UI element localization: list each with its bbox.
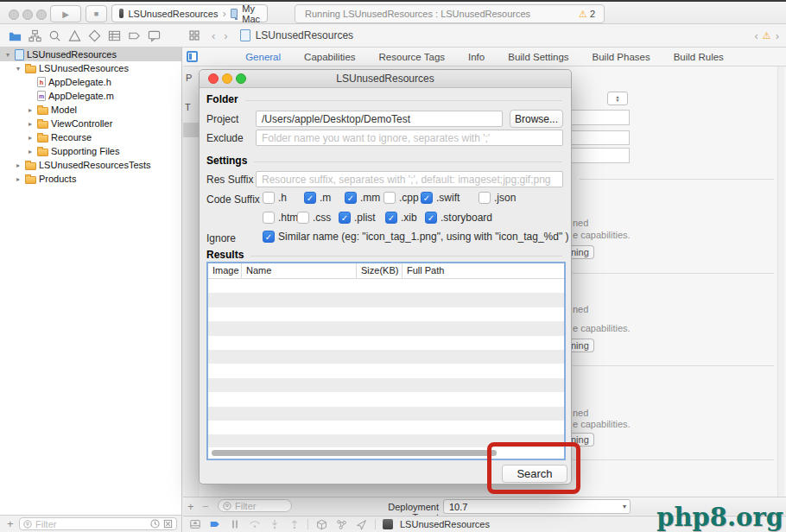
selected-target-row[interactable] [183, 123, 200, 137]
divider [254, 162, 562, 162]
navigator-filter-field[interactable]: Filter [19, 517, 177, 530]
checkbox-h[interactable]: .h [263, 192, 287, 204]
scrollbar-thumb[interactable] [212, 450, 497, 456]
sidebar-item-file[interactable]: m AppDelegate.m [0, 89, 181, 103]
pause-execution-icon[interactable] [228, 518, 241, 531]
checkbox-html[interactable]: .html [263, 212, 301, 224]
add-target-button[interactable]: + [187, 500, 194, 513]
simulate-location-icon[interactable] [355, 518, 368, 531]
column-image[interactable]: Image [208, 263, 242, 278]
disclosure-open-icon[interactable]: ▾ [3, 51, 12, 59]
report-navigator-icon[interactable] [147, 28, 161, 42]
breakpoint-navigator-icon[interactable] [127, 28, 141, 42]
checkbox-mm[interactable]: .mm [345, 192, 380, 204]
identity-stepper[interactable]: ▲▼ [607, 92, 628, 105]
checkbox-json[interactable]: .json [479, 192, 516, 204]
view-debugger-icon[interactable] [315, 518, 328, 531]
sidebar-item-group[interactable]: ▸ Supporting Files [0, 144, 181, 158]
tab-capabilities[interactable]: Capabilities [304, 52, 355, 62]
project-navigator-icon[interactable] [8, 28, 22, 42]
project-path-input[interactable]: /Users/apple/Desktop/DemoTest [256, 111, 503, 127]
tab-build-rules[interactable]: Build Rules [674, 52, 724, 62]
close-window-button[interactable] [9, 10, 19, 20]
res-suffix-input[interactable]: Resource suffix, separates with ';', def… [256, 171, 563, 187]
tab-info[interactable]: Info [468, 52, 485, 62]
exclude-input[interactable]: Folder name you want to ignore, separate… [256, 130, 563, 146]
sidebar-item-group[interactable]: ▾ LSUnusedResources [0, 61, 181, 75]
close-dialog-button[interactable] [208, 73, 219, 84]
target-filter-field[interactable]: Filter [218, 499, 292, 512]
text-field[interactable] [572, 130, 630, 145]
checkbox-css[interactable]: .css [297, 212, 331, 224]
tab-general[interactable]: General [245, 52, 281, 62]
issue-warning-icon[interactable]: ⚠ [763, 30, 771, 41]
step-over-icon[interactable] [248, 518, 261, 531]
column-name[interactable]: Name [242, 263, 357, 278]
zoom-dialog-button[interactable] [236, 73, 246, 84]
sidebar-item-group[interactable]: ▸ Model [0, 103, 181, 117]
remove-target-button[interactable]: − [202, 500, 209, 513]
checkbox-similar-name[interactable]: Similar name (eg: "icon_tag_1.png", usin… [263, 231, 569, 243]
minimize-dialog-button[interactable] [222, 73, 232, 84]
add-button[interactable]: + [7, 517, 14, 530]
disclosure-closed-icon[interactable]: ▸ [14, 162, 22, 169]
hide-debug-area-icon[interactable] [188, 518, 201, 531]
results-table[interactable]: Image Name Size(KB) Full Path [206, 262, 566, 460]
back-button[interactable]: ‹ [212, 30, 215, 41]
sidebar-item-group[interactable]: ▸ Products [0, 172, 181, 186]
test-navigator-icon[interactable] [87, 28, 101, 42]
checkbox-xib[interactable]: .xib [385, 212, 417, 224]
deployment-target-select[interactable]: 10.7 ▾ [443, 499, 631, 514]
related-items-icon[interactable] [187, 28, 201, 42]
sidebar-item-group[interactable]: ▸ ViewController [0, 117, 181, 130]
step-into-icon[interactable] [268, 518, 281, 531]
scheme-selector[interactable]: LSUnusedResources › My Mac [111, 4, 268, 22]
find-navigator-icon[interactable] [48, 28, 61, 42]
disclosure-closed-icon[interactable]: ▸ [26, 148, 35, 155]
disclosure-closed-icon[interactable]: ▸ [14, 175, 22, 183]
editor-scrollbar[interactable] [777, 66, 784, 515]
disclosure-open-icon[interactable]: ▾ [14, 65, 22, 73]
minimize-window-button[interactable] [22, 10, 33, 20]
tab-build-settings[interactable]: Build Settings [508, 52, 568, 62]
disclosure-closed-icon[interactable]: ▸ [26, 120, 35, 128]
show-document-items-icon[interactable] [187, 51, 198, 62]
stop-button[interactable]: ■ [86, 5, 107, 22]
issue-navigator-icon[interactable] [67, 28, 81, 42]
checkbox-storyboard[interactable]: .storyboard [425, 212, 492, 224]
jump-bar-file[interactable]: LSUnusedResources [256, 29, 353, 41]
symbol-navigator-icon[interactable] [28, 28, 41, 42]
process-name[interactable]: LSUnusedResources [400, 519, 490, 529]
sidebar-item-group[interactable]: ▸ LSUnusedResourcesTests [0, 158, 181, 172]
debug-navigator-icon[interactable] [107, 28, 121, 42]
warning-icon[interactable]: ⚠ [579, 9, 587, 20]
text-field[interactable] [572, 110, 630, 125]
sidebar-item-project-root[interactable]: ▾ LSUnusedResources [0, 48, 181, 61]
checkbox-cpp[interactable]: .cpp [383, 192, 419, 204]
checkbox-plist[interactable]: .plist [339, 212, 376, 224]
disclosure-closed-icon[interactable]: ▸ [26, 134, 35, 142]
previous-issue-button[interactable]: ‹ [754, 30, 757, 41]
dialog-title-bar[interactable]: LSUnusedResources [200, 70, 571, 88]
text-field[interactable] [572, 148, 630, 163]
column-full-path[interactable]: Full Path [403, 263, 564, 278]
disclosure-closed-icon[interactable]: ▸ [26, 106, 35, 114]
run-button[interactable]: ▶ [50, 5, 81, 22]
zoom-window-button[interactable] [36, 10, 47, 20]
warning-count[interactable]: 2 [590, 9, 595, 19]
forward-button[interactable]: › [224, 30, 227, 41]
step-out-icon[interactable] [288, 518, 301, 531]
checkbox-m[interactable]: .m [304, 192, 331, 204]
next-issue-button[interactable]: › [776, 30, 779, 41]
scm-status-icon[interactable] [163, 519, 173, 529]
column-size[interactable]: Size(KB) [357, 263, 403, 278]
tab-resource-tags[interactable]: Resource Tags [379, 52, 446, 62]
breakpoints-toggle-icon[interactable] [208, 518, 221, 531]
checkbox-swift[interactable]: .swift [421, 192, 460, 204]
memory-graph-icon[interactable] [335, 518, 348, 531]
browse-button[interactable]: Browse... [510, 110, 563, 128]
recent-files-icon[interactable] [150, 519, 160, 529]
sidebar-item-file[interactable]: h AppDelegate.h [0, 75, 181, 89]
sidebar-item-group[interactable]: ▸ Recourse [0, 130, 181, 144]
tab-build-phases[interactable]: Build Phases [593, 52, 650, 62]
